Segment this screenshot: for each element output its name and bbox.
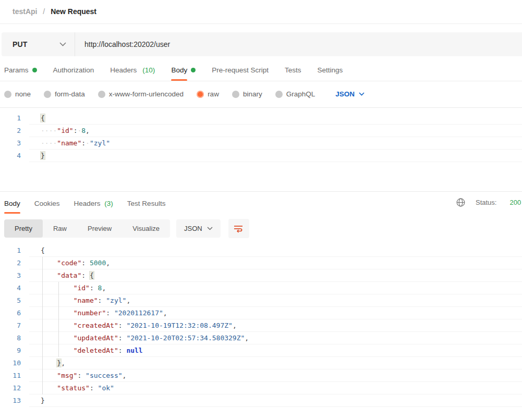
radio-x-www-form-urlencoded-circle — [98, 91, 105, 98]
code-line-12[interactable]: 12 "status": "ok" — [0, 382, 522, 394]
line-number: 6 — [0, 307, 29, 319]
code-line-9[interactable]: 9 "deletedAt": null — [0, 344, 522, 357]
line-number: 5 — [0, 294, 29, 307]
code-line-13[interactable]: 13} — [0, 394, 522, 407]
response-tab-headers-count: (3) — [104, 200, 113, 207]
tab-body[interactable]: Body — [171, 66, 196, 81]
body-language-label: JSON — [335, 90, 355, 98]
radio-raw-circle — [197, 91, 204, 98]
code-line-10[interactable]: 10 }, — [0, 357, 522, 369]
line-number: 13 — [0, 394, 29, 407]
response-tab-body-label: Body — [4, 200, 20, 207]
code-line-4[interactable]: 4 "id": 8, — [0, 282, 522, 294]
line-number: 1 — [0, 244, 29, 257]
indent-guide — [42, 294, 43, 307]
status-value: 200 OK — [509, 199, 522, 206]
indent-guide — [42, 357, 43, 369]
response-status: Status:200 OK — [456, 198, 522, 207]
indent-guide — [58, 319, 59, 332]
tab-pre-request-script[interactable]: Pre-request Script — [212, 66, 269, 81]
tab-tests[interactable]: Tests — [285, 66, 301, 81]
method-select[interactable]: PUT — [2, 32, 75, 56]
code-line-1[interactable]: 1{ — [0, 112, 522, 125]
code-line-2[interactable]: 2····"id":·8, — [0, 125, 522, 137]
line-number: 1 — [0, 112, 29, 125]
wrap-text-icon — [234, 224, 244, 233]
request-body-editor[interactable]: 1{2····"id":·8,3····"name":·"zyl"4} — [0, 108, 522, 191]
globe-icon[interactable] — [456, 198, 465, 207]
indent-guide — [42, 319, 43, 332]
indent-guide — [42, 282, 43, 294]
request-url-bar: PUT http://localhost:20202/user — [2, 32, 522, 56]
radio-form-data[interactable]: form-data — [44, 90, 85, 98]
radio-graphql-label: GraphQL — [286, 90, 315, 98]
response-tabs: Body Cookies Headers (3) Test Results St… — [0, 192, 522, 214]
tab-body-label: Body — [171, 66, 187, 74]
line-number: 9 — [0, 344, 29, 357]
method-label: PUT — [13, 40, 28, 48]
body-language-select[interactable]: JSON — [335, 90, 365, 98]
indent-guide — [58, 344, 59, 357]
code-line-11[interactable]: 11 "msg": "success", — [0, 369, 522, 382]
tab-params[interactable]: Params — [4, 66, 37, 81]
request-tabs: Params Authorization Headers (10) Body P… — [0, 56, 522, 81]
indent-guide — [42, 307, 43, 319]
tab-pre-request-script-label: Pre-request Script — [212, 66, 269, 74]
tab-authorization-label: Authorization — [53, 66, 94, 74]
tab-settings[interactable]: Settings — [317, 66, 343, 81]
indent-guide — [42, 257, 43, 269]
radio-binary-circle — [232, 91, 239, 98]
indent-guide — [58, 282, 59, 294]
breadcrumb-collection[interactable]: testApi — [13, 7, 37, 16]
tab-tests-label: Tests — [285, 66, 301, 74]
radio-raw-label: raw — [208, 90, 219, 98]
code-line-3[interactable]: 3 "data": { — [0, 269, 522, 282]
response-body-editor[interactable]: 1{2 "code": 5000,3 "data": {4 "id": 8,5 … — [0, 238, 522, 407]
view-preview[interactable]: Preview — [77, 219, 122, 238]
line-number: 10 — [0, 357, 29, 369]
radio-graphql-circle — [275, 91, 283, 98]
line-number: 7 — [0, 319, 29, 332]
response-tab-body[interactable]: Body — [4, 200, 20, 214]
code-line-3[interactable]: 3····"name":·"zyl" — [0, 137, 522, 150]
line-number: 11 — [0, 369, 29, 382]
response-tab-headers[interactable]: Headers (3) — [74, 200, 113, 214]
radio-none[interactable]: none — [4, 90, 31, 98]
status-label: Status: — [476, 199, 496, 206]
url-input[interactable]: http://localhost:20202/user — [75, 32, 522, 56]
response-toolbar: Pretty Raw Preview Visualize JSON — [4, 219, 522, 238]
code-line-4[interactable]: 4} — [0, 150, 522, 162]
code-line-7[interactable]: 7 "createdAt": "2021-10-19T12:32:08.497Z… — [0, 319, 522, 332]
radio-binary[interactable]: binary — [232, 90, 262, 98]
response-tab-cookies[interactable]: Cookies — [34, 200, 60, 214]
indent-guide — [58, 294, 59, 307]
response-language-select[interactable]: JSON — [176, 219, 221, 238]
indent-guide — [42, 332, 43, 344]
indent-guide — [42, 344, 43, 357]
radio-x-www-form-urlencoded[interactable]: x-www-form-urlencoded — [98, 90, 184, 98]
radio-form-data-circle — [44, 91, 51, 98]
view-raw[interactable]: Raw — [43, 219, 77, 238]
code-line-1[interactable]: 1{ — [0, 244, 522, 257]
response-tab-test-results[interactable]: Test Results — [127, 200, 166, 214]
indent-guide — [58, 332, 59, 344]
line-number: 8 — [0, 332, 29, 344]
tab-authorization[interactable]: Authorization — [53, 66, 94, 81]
radio-x-www-form-urlencoded-label: x-www-form-urlencoded — [109, 90, 184, 98]
code-line-2[interactable]: 2 "code": 5000, — [0, 257, 522, 269]
code-line-8[interactable]: 8 "updatedAt": "2021-10-20T02:57:34.5803… — [0, 332, 522, 344]
view-pretty[interactable]: Pretty — [4, 219, 43, 238]
radio-graphql[interactable]: GraphQL — [275, 90, 315, 98]
radio-form-data-label: form-data — [55, 90, 85, 98]
indent-guide — [42, 369, 43, 382]
wrap-text-button[interactable] — [228, 219, 249, 238]
indent-guide — [42, 382, 43, 394]
code-line-5[interactable]: 5 "name": "zyl", — [0, 294, 522, 307]
view-visualize[interactable]: Visualize — [122, 219, 170, 238]
radio-none-circle — [4, 91, 11, 98]
tab-headers[interactable]: Headers (10) — [110, 66, 155, 81]
line-number: 3 — [0, 137, 29, 150]
radio-raw[interactable]: raw — [197, 90, 219, 98]
code-line-6[interactable]: 6 "number": "2020112617", — [0, 307, 522, 319]
tab-params-label: Params — [4, 66, 29, 74]
